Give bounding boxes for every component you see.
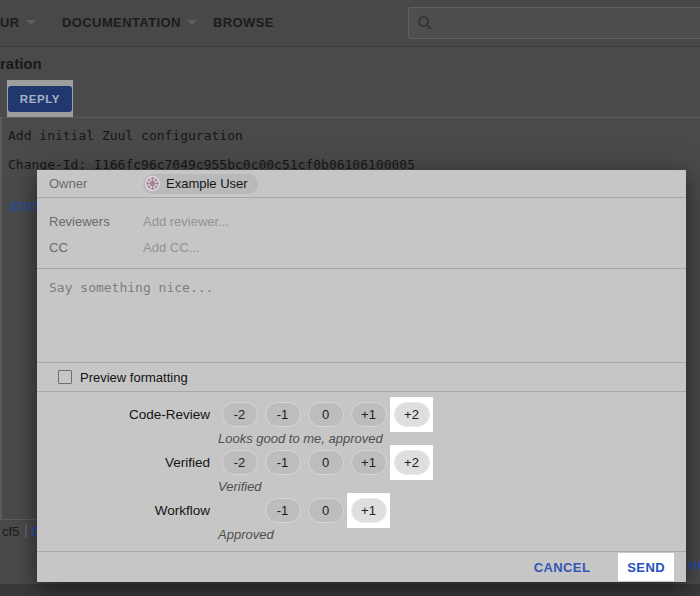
nav-item-your[interactable]: UR: [0, 0, 36, 46]
votes-section: Code-Review -2 -1 0 +1 +2 Looks good to …: [37, 392, 686, 551]
code-review-plus2-button[interactable]: +2: [394, 402, 430, 427]
workflow-minus1-button[interactable]: -1: [265, 498, 301, 523]
verified-minus2-button[interactable]: -2: [222, 450, 258, 475]
send-button[interactable]: SEND: [627, 560, 665, 575]
owner-chip[interactable]: Example User: [143, 174, 258, 194]
code-review-minus2-button[interactable]: -2: [222, 402, 258, 427]
preview-formatting-label: Preview formatting: [80, 370, 188, 385]
vote-slot: -1: [261, 445, 304, 480]
separator: |: [24, 522, 28, 538]
top-navbar: UR DOCUMENTATION BROWSE: [0, 0, 700, 47]
nav-item-documentation-label: DOCUMENTATION: [62, 15, 181, 30]
people-section: Reviewers Add reviewer... CC Add CC...: [37, 198, 686, 269]
code-review-minus1-button[interactable]: -1: [265, 402, 301, 427]
owner-label: Owner: [49, 176, 143, 191]
vote-slot: -1: [261, 397, 304, 432]
workflow-zero-button[interactable]: 0: [308, 498, 344, 523]
search-box[interactable]: [408, 7, 700, 39]
search-icon: [417, 15, 433, 31]
vote-spotlight: +2: [390, 445, 433, 480]
vote-row-verified: Verified -2 -1 0 +1 +2: [37, 445, 686, 480]
add-cc-input[interactable]: Add CC...: [143, 240, 199, 255]
commit-card-edge: [0, 117, 2, 519]
comment-placeholder: Say something nice...: [49, 280, 213, 295]
vote-row-workflow: Workflow -1 0 +1: [37, 493, 686, 528]
avatar: [144, 175, 161, 192]
code-review-label: Code-Review: [45, 407, 210, 422]
reply-spotlight: REPLY: [7, 80, 73, 117]
workflow-label: Workflow: [45, 503, 210, 518]
reviewers-row: Reviewers Add reviewer...: [49, 208, 686, 234]
vote-slot: -2: [218, 445, 261, 480]
nav-item-browse[interactable]: BROWSE: [213, 0, 274, 46]
gerrit-reply-screen: UR DOCUMENTATION BROWSE ration REPLY Add…: [0, 0, 700, 596]
vote-spotlight: +2: [390, 397, 433, 432]
preview-formatting-checkbox[interactable]: [58, 370, 72, 384]
divider: [0, 117, 700, 118]
search-input[interactable]: [433, 15, 700, 32]
show-link-fragment[interactable]: HO: [688, 558, 700, 573]
reviewers-label: Reviewers: [49, 214, 143, 229]
vote-slot: -2: [218, 397, 261, 432]
verified-zero-button[interactable]: 0: [308, 450, 344, 475]
vote-slot: -1: [261, 493, 304, 528]
vote-slot: +1: [347, 397, 390, 432]
vote-slot: 0: [304, 397, 347, 432]
verified-minus1-button[interactable]: -1: [265, 450, 301, 475]
code-review-plus1-button[interactable]: +1: [351, 402, 387, 427]
vote-slot: 0: [304, 445, 347, 480]
workflow-plus1-button[interactable]: +1: [351, 498, 387, 523]
code-review-zero-button[interactable]: 0: [308, 402, 344, 427]
edit-button[interactable]: EDIT: [10, 200, 40, 214]
nav-item-browse-label: BROWSE: [213, 15, 274, 30]
verified-plus1-button[interactable]: +1: [351, 450, 387, 475]
chevron-down-icon: [26, 20, 36, 25]
page-footer-strip: [0, 584, 700, 596]
nav-item-documentation[interactable]: DOCUMENTATION: [62, 0, 197, 46]
vote-slot: 0: [304, 493, 347, 528]
vote-spotlight: +1: [347, 493, 390, 528]
preview-row: Preview formatting: [37, 363, 686, 392]
workflow-description: Approved: [218, 528, 686, 541]
page-title: ration: [0, 55, 42, 72]
verified-plus2-button[interactable]: +2: [394, 450, 430, 475]
commit-hash-fragment: cf5: [2, 524, 19, 539]
code-review-description: Looks good to me, approved: [218, 432, 686, 445]
reply-button[interactable]: REPLY: [8, 86, 72, 112]
cc-row: CC Add CC...: [49, 234, 686, 260]
verified-description: Verified: [218, 480, 686, 493]
dialog-footer: CANCEL SEND: [37, 551, 686, 582]
cancel-button[interactable]: CANCEL: [528, 559, 597, 576]
verified-label: Verified: [45, 455, 210, 470]
owner-name: Example User: [166, 176, 248, 191]
nav-item-your-label: UR: [0, 15, 20, 30]
reply-dialog: Owner Example User Reviewers Add reviewe…: [37, 170, 686, 582]
send-spotlight: SEND: [618, 553, 674, 581]
comment-textarea[interactable]: Say something nice...: [37, 269, 686, 363]
vote-row-code-review: Code-Review -2 -1 0 +1 +2: [37, 397, 686, 432]
commit-message: Add initial Zuul configuration: [8, 128, 243, 143]
chevron-down-icon: [187, 20, 197, 25]
owner-row: Owner Example User: [37, 170, 686, 198]
vote-slot: +1: [347, 445, 390, 480]
add-reviewer-input[interactable]: Add reviewer...: [143, 214, 229, 229]
cc-label: CC: [49, 240, 143, 255]
